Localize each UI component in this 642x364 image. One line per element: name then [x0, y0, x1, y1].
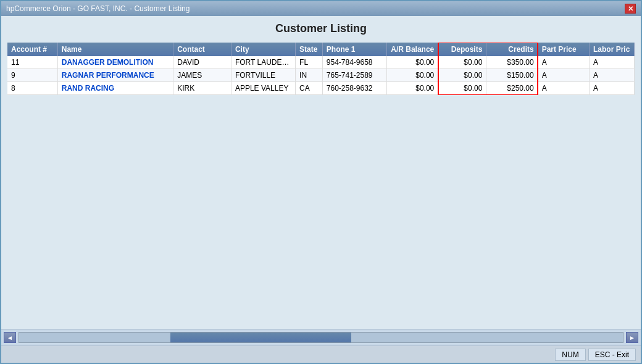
cell-deposits: $0.00: [438, 69, 486, 82]
cell-arbalance: $0.00: [386, 69, 438, 82]
cell-contact: JAMES: [173, 69, 231, 82]
scroll-track[interactable]: [19, 332, 623, 343]
cell-deposits: $0.00: [438, 82, 486, 95]
col-header-partprice[interactable]: Part Price: [538, 43, 589, 56]
cell-state: IN: [296, 69, 323, 82]
content-area: Customer Listing Account # Name Contact …: [1, 16, 641, 329]
col-header-credits[interactable]: Credits: [486, 43, 538, 56]
table-wrapper: Account # Name Contact City State Phone …: [7, 43, 635, 95]
scroll-left-button[interactable]: ◄: [4, 332, 16, 343]
cell-laborprice: A: [590, 82, 635, 95]
col-header-phone1[interactable]: Phone 1: [322, 43, 386, 56]
cell-arbalance: $0.00: [386, 56, 438, 69]
cell-deposits: $0.00: [438, 56, 486, 69]
col-header-contact[interactable]: Contact: [173, 43, 231, 56]
cell-credits: $150.00: [486, 69, 538, 82]
cell-credits: $350.00: [486, 56, 538, 69]
cell-phone1: 765-741-2589: [322, 69, 386, 82]
table-header-row: Account # Name Contact City State Phone …: [7, 43, 635, 56]
cell-city: FORTVILLE: [231, 69, 295, 82]
cell-account: 9: [7, 69, 57, 82]
col-header-name[interactable]: Name: [57, 43, 173, 56]
cell-arbalance: $0.00: [386, 82, 438, 95]
cell-city: APPLE VALLEY: [231, 82, 295, 95]
cell-state: CA: [296, 82, 323, 95]
cell-partprice: A: [538, 56, 589, 69]
cell-name: DANAGGER DEMOLITION: [57, 56, 173, 69]
cell-contact: DAVID: [173, 56, 231, 69]
col-header-city[interactable]: City: [231, 43, 295, 56]
cell-contact: KIRK: [173, 82, 231, 95]
window-title: hpCommerce Orion - GO FAST, INC. - Custo…: [6, 4, 190, 13]
status-bar: NUM ESC - Exit: [1, 345, 641, 363]
col-header-arbalance[interactable]: A/R Balance: [386, 43, 438, 56]
cell-laborprice: A: [590, 69, 635, 82]
num-indicator: NUM: [555, 349, 585, 361]
table-row[interactable]: 8RAND RACINGKIRKAPPLE VALLEYCA760-258-96…: [7, 82, 635, 95]
cell-partprice: A: [538, 82, 589, 95]
esc-exit-button[interactable]: ESC - Exit: [588, 349, 636, 361]
main-window: hpCommerce Orion - GO FAST, INC. - Custo…: [0, 0, 642, 364]
cell-laborprice: A: [590, 56, 635, 69]
cell-account: 11: [7, 56, 57, 69]
col-header-account[interactable]: Account #: [7, 43, 57, 56]
cell-partprice: A: [538, 69, 589, 82]
cell-name: RAND RACING: [57, 82, 173, 95]
cell-account: 8: [7, 82, 57, 95]
page-title: Customer Listing: [7, 22, 635, 35]
title-bar: hpCommerce Orion - GO FAST, INC. - Custo…: [1, 1, 641, 16]
col-header-deposits[interactable]: Deposits: [438, 43, 486, 56]
cell-phone1: 760-258-9632: [322, 82, 386, 95]
cell-state: FL: [296, 56, 323, 69]
scroll-thumb[interactable]: [170, 333, 351, 342]
customer-table: Account # Name Contact City State Phone …: [7, 43, 635, 95]
close-button[interactable]: ✕: [625, 4, 636, 14]
cell-name: RAGNAR PERFORMANCE: [57, 69, 173, 82]
horizontal-scrollbar: ◄ ►: [1, 329, 641, 345]
table-row[interactable]: 11DANAGGER DEMOLITIONDAVIDFORT LAUDER...…: [7, 56, 635, 69]
col-header-state[interactable]: State: [296, 43, 323, 56]
cell-credits: $250.00: [486, 82, 538, 95]
cell-phone1: 954-784-9658: [322, 56, 386, 69]
status-bar-content: NUM ESC - Exit: [6, 349, 636, 361]
cell-city: FORT LAUDER...: [231, 56, 295, 69]
col-header-laborprice[interactable]: Labor Pric: [590, 43, 635, 56]
scroll-right-button[interactable]: ►: [626, 332, 638, 343]
table-row[interactable]: 9RAGNAR PERFORMANCEJAMESFORTVILLEIN765-7…: [7, 69, 635, 82]
